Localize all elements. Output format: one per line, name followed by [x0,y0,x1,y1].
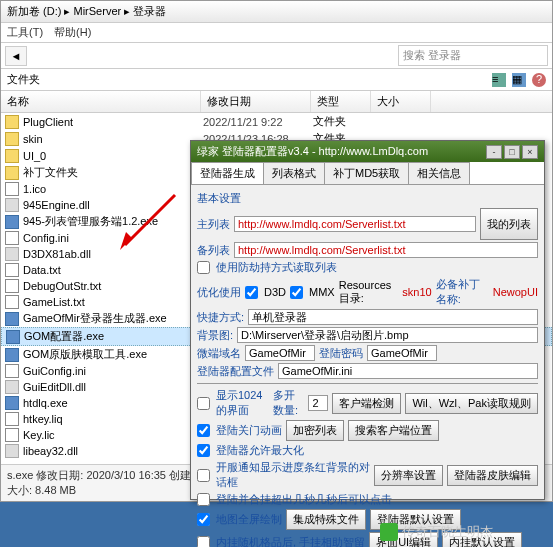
res-label: Resources目录: [339,279,399,306]
multi-input[interactable] [308,395,328,411]
file-icon [5,115,19,129]
map-draw-checkbox[interactable] [197,513,210,526]
minimize-button[interactable]: - [486,145,502,159]
folder-bar: 文件夹 ≡ ▦ ? [1,69,552,91]
file-icon [5,380,19,394]
col-name[interactable]: 名称 [1,91,201,112]
client-detect-button[interactable]: 客户端检测 [332,393,401,414]
config-dialog: 绿家 登陆器配置器v3.4 - http://www.LmDlq.com - □… [190,140,545,500]
file-icon [5,231,19,245]
col-size[interactable]: 大小 [371,91,431,112]
file-name: 945Engine.dll [23,199,203,211]
file-name: Data.txt [23,264,203,276]
explorer-toolbar: ◄ 搜索 登录器 [1,43,552,69]
menu-help[interactable]: 帮助(H) [54,26,91,38]
optimize-label: 优化使用 [197,285,241,300]
file-name: DebugOutStr.txt [23,280,203,292]
col-date[interactable]: 修改日期 [201,91,311,112]
search-input[interactable]: 搜索 登录器 [398,45,548,66]
tab-listformat[interactable]: 列表格式 [263,162,325,184]
file-icon [5,182,19,196]
fast-input[interactable] [248,309,538,325]
my-list-button[interactable]: 我的列表 [480,208,538,240]
file-name: Key.lic [23,429,203,441]
file-name: 补丁文件夹 [23,165,203,180]
file-name: GameList.txt [23,296,203,308]
file-name: Config.ini [23,232,203,244]
back-button[interactable]: ◄ [5,46,27,66]
file-name: skin [23,133,203,145]
file-icon [5,348,19,362]
res-setting-button[interactable]: 分辨率设置 [374,465,443,486]
file-type: 文件夹 [313,114,373,129]
file-name: GuiConfig.ini [23,365,203,377]
file-icon [5,132,19,146]
use-assist-label: 使用防劫持方式读取列表 [216,260,337,275]
folder-label: 文件夹 [7,72,40,87]
config-file-input[interactable] [278,363,538,379]
config-file-label: 登陆器配置文件 [197,364,274,379]
micro-label: 微端域名 [197,346,241,361]
use-assist-checkbox[interactable] [197,261,210,274]
bg-input[interactable] [237,327,538,343]
close-help-checkbox[interactable] [197,424,210,437]
tab-info[interactable]: 相关信息 [408,162,470,184]
file-icon [6,330,20,344]
wechat-icon [380,523,398,541]
close-dlg-checkbox[interactable] [197,469,210,482]
merge-effect-button[interactable]: 集成特殊文件 [286,509,366,530]
backup-list-input[interactable] [234,242,538,258]
dialog-titlebar: 绿家 登陆器配置器v3.4 - http://www.LmDlq.com - □… [191,141,544,162]
patch-label: 必备补丁名称: [436,277,489,307]
search-client-button[interactable]: 搜索客户端位置 [348,420,439,441]
tab-generate[interactable]: 登陆器生成 [191,162,264,184]
show1024-checkbox[interactable] [197,397,210,410]
file-name: GOM配置器.exe [24,329,204,344]
main-list-label: 主列表 [197,217,230,232]
file-icon [5,166,19,180]
mmx-checkbox[interactable] [290,286,303,299]
help-icon[interactable]: ? [532,73,546,87]
allow-max-checkbox[interactable] [197,444,210,457]
maximize-button[interactable]: □ [504,145,520,159]
file-icon [5,428,19,442]
bg-label: 背景图: [197,328,233,343]
explorer-titlebar: 新加卷 (D:) ▸ MirServer ▸ 登录器 [1,1,552,23]
add-list-button[interactable]: 加密列表 [286,420,344,441]
close-button[interactable]: × [522,145,538,159]
file-row[interactable]: PlugClient2022/11/21 9:22文件夹 [1,113,552,130]
res-value: skn10 [402,286,431,298]
file-name: PlugClient [23,116,203,128]
file-name: libeay32.dll [23,445,203,457]
main-list-input[interactable] [234,216,476,232]
file-name: D3DX81ab.dll [23,248,203,260]
wil-button[interactable]: Wil、Wzl、Pak读取规则 [405,393,538,414]
file-icon [5,263,19,277]
tab-md5[interactable]: 补丁MD5获取 [324,162,409,184]
mem-mod-checkbox[interactable] [197,536,210,547]
micro-input[interactable] [245,345,315,361]
file-icon [5,444,19,458]
file-name: GuiEditDll.dll [23,381,203,393]
file-icon [5,149,19,163]
auto-close-checkbox[interactable] [197,493,210,506]
basic-settings-label: 基本设置 [197,191,538,206]
file-icon [5,215,19,229]
explorer-title-text: 新加卷 (D:) ▸ MirServer ▸ 登录器 [7,4,166,19]
explorer-menu: 工具(T) 帮助(H) [1,23,552,43]
file-icon [5,364,19,378]
dialog-tabs: 登陆器生成 列表格式 补丁MD5获取 相关信息 [191,162,544,185]
watermark: 传奇百晓生明杰 [380,523,493,541]
file-name: 945-列表管理服务端1.2.exe [23,214,203,229]
file-icon [5,295,19,309]
col-type[interactable]: 类型 [311,91,371,112]
skin-edit-button[interactable]: 登陆器皮肤编辑 [447,465,538,486]
fast-label: 快捷方式: [197,310,244,325]
file-icon [5,412,19,426]
details-icon[interactable]: ▦ [512,73,526,87]
file-name: htdlq.exe [23,397,203,409]
login-pwd-input[interactable] [367,345,437,361]
d3d-checkbox[interactable] [245,286,258,299]
view-icon[interactable]: ≡ [492,73,506,87]
menu-tools[interactable]: 工具(T) [7,26,43,38]
